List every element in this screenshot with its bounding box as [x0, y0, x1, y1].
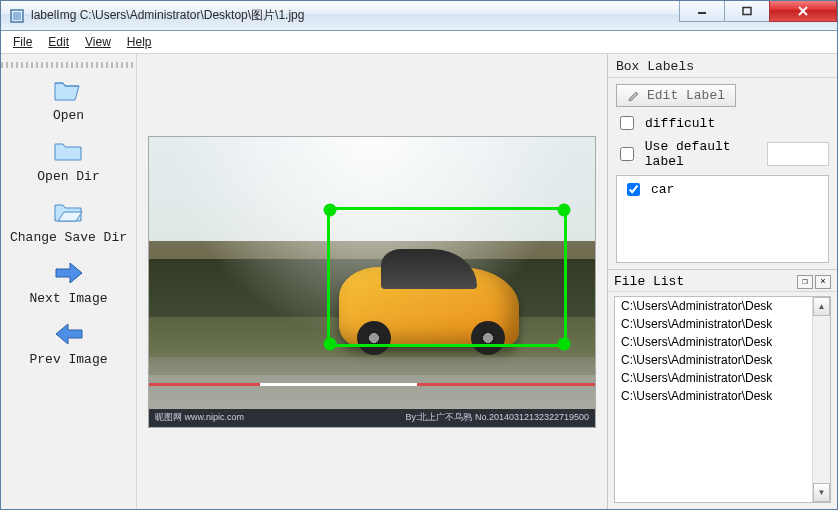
edit-label-button[interactable]: Edit Label: [616, 84, 736, 107]
close-button[interactable]: [769, 1, 837, 22]
file-list-row[interactable]: C:\Users\Administrator\Desk: [615, 333, 812, 351]
open-button[interactable]: Open: [9, 76, 129, 123]
file-list-header: File List ❐ ×: [608, 269, 837, 292]
label-entry-checkbox[interactable]: [627, 183, 640, 196]
watermark-left: 昵图网 www.nipic.com: [155, 411, 244, 424]
open-dir-button[interactable]: Open Dir: [9, 137, 129, 184]
application-window: labelImg C:\Users\Administrator\Desktop\…: [0, 0, 838, 510]
difficult-checkbox-row[interactable]: difficult: [616, 113, 829, 133]
left-toolbar: Open Open Dir Change Save Dir Next Image: [1, 54, 137, 509]
menu-help[interactable]: Help: [119, 33, 160, 51]
file-list-row[interactable]: C:\Users\Administrator\Desk: [615, 351, 812, 369]
menu-edit[interactable]: Edit: [40, 33, 77, 51]
bbox-handle-tl[interactable]: [324, 203, 337, 216]
svg-rect-3: [743, 8, 751, 15]
prev-image-label: Prev Image: [29, 352, 107, 367]
watermark-right: By:北上广不乌鸦 No.20140312132322719500: [405, 411, 589, 424]
image-watermark: 昵图网 www.nipic.com By:北上广不乌鸦 No.201403121…: [149, 409, 595, 427]
label-entry-text: car: [651, 182, 674, 197]
loaded-image: 昵图网 www.nipic.com By:北上广不乌鸦 No.201403121…: [149, 137, 595, 427]
default-label-row: Use default label: [616, 139, 829, 169]
minimize-button[interactable]: [679, 1, 725, 22]
window-controls: [680, 1, 837, 30]
default-label-text: Use default label: [645, 139, 759, 169]
panel-detach-icon[interactable]: ❐: [797, 275, 813, 289]
image-detail: [149, 383, 595, 386]
arrow-left-icon: [53, 320, 85, 348]
maximize-button[interactable]: [724, 1, 770, 22]
label-list[interactable]: car: [616, 175, 829, 263]
file-list-row[interactable]: C:\Users\Administrator\Desk: [615, 297, 812, 315]
bbox-handle-tr[interactable]: [558, 203, 571, 216]
title-bar: labelImg C:\Users\Administrator\Desktop\…: [1, 1, 837, 31]
toolbar-grip[interactable]: [1, 62, 136, 68]
folder-save-icon: [53, 198, 85, 226]
difficult-label: difficult: [645, 116, 715, 131]
open-dir-label: Open Dir: [37, 169, 99, 184]
folder-open-icon: [53, 76, 85, 104]
box-labels-body: Edit Label difficult Use default label c…: [608, 78, 837, 269]
menu-view[interactable]: View: [77, 33, 119, 51]
panel-close-icon[interactable]: ×: [815, 275, 831, 289]
right-panel: Box Labels Edit Label difficult Use defa…: [607, 54, 837, 509]
menu-file[interactable]: File: [5, 33, 40, 51]
folder-icon: [53, 137, 85, 165]
bounding-box[interactable]: [327, 207, 567, 347]
prev-image-button[interactable]: Prev Image: [9, 320, 129, 367]
default-label-checkbox[interactable]: [620, 146, 634, 162]
svg-rect-1: [13, 12, 21, 20]
next-image-label: Next Image: [29, 291, 107, 306]
pencil-icon: [627, 89, 641, 103]
file-list[interactable]: C:\Users\Administrator\DeskC:\Users\Admi…: [614, 296, 831, 503]
file-list-scrollbar[interactable]: ▲ ▼: [812, 297, 830, 502]
file-list-row[interactable]: C:\Users\Administrator\Desk: [615, 387, 812, 405]
edit-label-text: Edit Label: [647, 88, 725, 103]
bbox-handle-br[interactable]: [558, 337, 571, 350]
file-list-title: File List: [614, 274, 684, 289]
scroll-up-icon[interactable]: ▲: [813, 297, 830, 316]
scroll-down-icon[interactable]: ▼: [813, 483, 830, 502]
menu-bar: File Edit View Help: [1, 31, 837, 54]
bbox-handle-bl[interactable]: [324, 337, 337, 350]
main-area: Open Open Dir Change Save Dir Next Image: [1, 54, 837, 509]
file-list-row[interactable]: C:\Users\Administrator\Desk: [615, 369, 812, 387]
window-title: labelImg C:\Users\Administrator\Desktop\…: [31, 7, 304, 24]
label-entry[interactable]: car: [623, 180, 822, 199]
file-list-rows: C:\Users\Administrator\DeskC:\Users\Admi…: [615, 297, 812, 502]
box-labels-title: Box Labels: [608, 54, 837, 78]
next-image-button[interactable]: Next Image: [9, 259, 129, 306]
change-save-dir-button[interactable]: Change Save Dir: [9, 198, 129, 245]
open-label: Open: [53, 108, 84, 123]
app-icon: [9, 8, 25, 24]
image-viewer[interactable]: 昵图网 www.nipic.com By:北上广不乌鸦 No.201403121…: [137, 54, 607, 509]
file-list-row[interactable]: C:\Users\Administrator\Desk: [615, 315, 812, 333]
default-label-input[interactable]: [767, 142, 829, 166]
difficult-checkbox[interactable]: [620, 116, 634, 130]
arrow-right-icon: [53, 259, 85, 287]
change-save-dir-label: Change Save Dir: [10, 230, 127, 245]
